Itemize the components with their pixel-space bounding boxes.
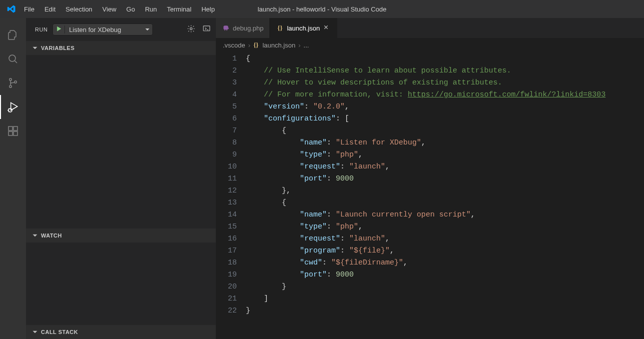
chevron-down-icon (32, 329, 38, 335)
menu-bar: File Edit Selection View Go Run Terminal… (19, 2, 220, 17)
explorer-icon[interactable] (0, 23, 26, 47)
menu-selection[interactable]: Selection (60, 2, 97, 17)
debug-console-icon[interactable] (202, 24, 211, 34)
elephant-icon (222, 24, 230, 32)
chevron-right-icon: › (248, 42, 250, 49)
run-sidebar: RUN Listen for XDebug VARIABLES (26, 18, 216, 339)
menu-terminal[interactable]: Terminal (162, 2, 196, 17)
svg-rect-8 (13, 126, 17, 130)
tab-debug-php[interactable]: debug.php (216, 18, 270, 38)
svg-point-3 (14, 81, 16, 83)
svg-rect-5 (8, 126, 12, 130)
breadcrumb-more[interactable]: ... (304, 42, 309, 49)
start-debug-button[interactable] (53, 26, 65, 34)
search-icon[interactable] (0, 47, 26, 71)
svg-point-9 (190, 28, 192, 30)
tab-label: launch.json (287, 24, 320, 32)
svg-point-0 (9, 55, 15, 62)
editor-area: debug.php {} launch.json .vscode › {} la… (216, 18, 644, 339)
svg-rect-6 (8, 132, 12, 136)
run-config-box: Listen for XDebug (52, 24, 153, 36)
code-content[interactable]: { // Use IntelliSense to learn about pos… (246, 52, 644, 339)
run-header: RUN Listen for XDebug (26, 18, 216, 41)
editor-tabs: debug.php {} launch.json (216, 18, 644, 38)
line-gutter: 12345678910111213141516171819202122 (216, 52, 246, 339)
vscode-logo-icon (4, 4, 19, 14)
run-label: RUN (35, 26, 47, 32)
svg-rect-7 (13, 132, 17, 136)
activity-bar (0, 18, 26, 339)
json-icon: {} (276, 24, 284, 32)
variables-header[interactable]: VARIABLES (26, 41, 216, 55)
chevron-down-icon (32, 45, 38, 51)
gear-icon[interactable] (187, 24, 195, 34)
json-icon: {} (253, 41, 258, 49)
extensions-icon[interactable] (0, 119, 26, 143)
menu-help[interactable]: Help (196, 2, 220, 17)
chevron-right-icon: › (298, 42, 300, 49)
breadcrumb-folder[interactable]: .vscode (223, 42, 245, 49)
callstack-header[interactable]: CALL STACK (26, 325, 216, 339)
svg-point-1 (9, 78, 11, 80)
title-bar: File Edit Selection View Go Run Terminal… (0, 0, 644, 18)
source-control-icon[interactable] (0, 71, 26, 95)
tab-launch-json[interactable]: {} launch.json (270, 18, 337, 38)
menu-view[interactable]: View (97, 2, 121, 17)
variables-panel (26, 55, 216, 228)
menu-go[interactable]: Go (121, 2, 140, 17)
menu-run[interactable]: Run (140, 2, 162, 17)
run-debug-icon[interactable] (0, 95, 26, 119)
debug-config-select[interactable]: Listen for XDebug (65, 26, 152, 34)
breadcrumb-file[interactable]: {} launch.json (253, 41, 295, 49)
chevron-down-icon (32, 232, 38, 238)
breadcrumbs[interactable]: .vscode › {} launch.json › ... (216, 38, 644, 52)
menu-edit[interactable]: Edit (39, 2, 60, 17)
watch-panel (26, 242, 216, 325)
watch-header[interactable]: WATCH (26, 228, 216, 242)
svg-rect-10 (203, 26, 210, 31)
svg-point-2 (9, 86, 11, 88)
close-icon[interactable] (323, 24, 331, 32)
code-editor[interactable]: 12345678910111213141516171819202122 { //… (216, 52, 644, 339)
menu-file[interactable]: File (19, 2, 39, 17)
tab-label: debug.php (233, 24, 263, 32)
